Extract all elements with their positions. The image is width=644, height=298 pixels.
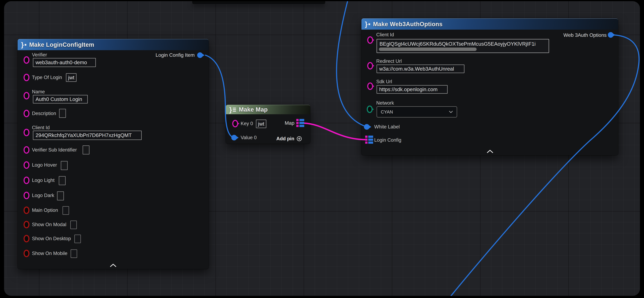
input-pin-main-option[interactable] — [24, 206, 30, 214]
name-field[interactable]: Auth0 Custom Login — [33, 95, 88, 104]
node-make-loginconfigitem[interactable]: { Make LoginConfigItem Login Config Item… — [18, 39, 209, 269]
node-title: Make LoginConfigItem — [29, 42, 94, 48]
network-dropdown[interactable]: CYAN — [376, 106, 457, 118]
input-pin-logo-dark[interactable] — [24, 192, 30, 199]
add-pin-label: Add pin — [276, 136, 294, 142]
input-pin-verifier[interactable] — [24, 56, 30, 64]
input-pin-show-on-desktop[interactable] — [24, 235, 30, 242]
collapse-chevron-icon[interactable] — [487, 150, 493, 153]
node-make-map[interactable]: { Make Map Key 0 jwt Map Value 0 Add pin — [226, 105, 310, 144]
logo-light-field[interactable] — [59, 176, 66, 185]
pin-label-show-on-modal: Show On Modal — [32, 222, 66, 228]
show-on-desktop-checkbox[interactable] — [74, 234, 81, 243]
node-title: Make Map — [239, 106, 268, 113]
input-pin-client-id[interactable] — [367, 36, 373, 44]
sdk-url-field[interactable]: https://sdk.openlogin.com — [376, 85, 448, 94]
logo-dark-field[interactable] — [57, 192, 64, 200]
input-pin-redirect-url[interactable] — [367, 62, 373, 70]
pin-label-main-option: Main Option — [32, 207, 58, 213]
pin-label-verifier-sub-identifier: Verifier Sub Identifier — [32, 147, 77, 153]
node-header[interactable]: { Make LoginConfigItem — [18, 39, 209, 50]
pin-label-logo-light: Logo Light — [32, 177, 54, 183]
input-pin-type-of-login[interactable] — [24, 74, 30, 81]
make-struct-icon: { — [365, 21, 370, 27]
main-option-checkbox[interactable] — [62, 206, 69, 215]
key-0-field[interactable]: jwt — [256, 120, 266, 128]
offscreen-node-bottom-edge — [192, 1, 325, 4]
show-on-mobile-checkbox[interactable] — [70, 249, 77, 258]
pin-label-client-id: Client Id — [376, 32, 394, 38]
add-pin-button[interactable]: Add pin — [276, 136, 302, 142]
input-pin-value-0[interactable] — [231, 135, 237, 140]
input-pin-sdk-url[interactable] — [367, 82, 373, 90]
verifier-field[interactable]: web3auth-auth0-demo — [33, 58, 96, 67]
wire-map-to-login-config[interactable] — [304, 123, 366, 140]
description-field[interactable] — [59, 109, 66, 118]
output-pin-login-config-item[interactable] — [197, 52, 203, 58]
input-pin-description[interactable] — [24, 110, 30, 117]
pin-label-description: Description — [32, 110, 56, 116]
output-pin-map[interactable] — [296, 119, 304, 127]
redirect-url-field[interactable]: w3a://com.w3a.Web3AuthUnreal — [376, 64, 464, 73]
output-pin-label: Login Config Item — [156, 52, 195, 58]
input-pin-login-config[interactable] — [365, 136, 373, 144]
input-pin-logo-hover[interactable] — [24, 161, 30, 169]
client-id-scrollbar[interactable] — [379, 48, 476, 51]
pin-label-white-label: White Label — [374, 124, 400, 130]
input-pin-verifier-sub-identifier[interactable] — [24, 146, 30, 154]
pin-label-sdk-url: Sdk Url — [376, 79, 392, 85]
node-title: Make Web3AuthOptions — [373, 21, 442, 28]
pin-label-redirect-url: Redirect Url — [376, 58, 402, 64]
pin-label-name: Name — [32, 89, 45, 95]
node-header[interactable]: { Make Map — [226, 105, 310, 114]
output-pin-label: Web 3Auth Options — [564, 32, 606, 38]
pin-label-network: Network — [376, 100, 394, 106]
make-map-icon: { — [229, 106, 236, 113]
pin-label-login-config: Login Config — [374, 137, 401, 143]
logo-hover-field[interactable] — [61, 161, 68, 170]
pin-label-logo-hover: Logo Hover — [32, 162, 57, 168]
input-pin-key-0[interactable] — [232, 120, 238, 127]
input-pin-white-label[interactable] — [364, 124, 370, 130]
pin-label-show-on-mobile: Show On Mobile — [32, 250, 67, 256]
pin-label-type-of-login: Type Of Login — [32, 74, 62, 80]
pin-label-value-0: Value 0 — [241, 135, 257, 140]
input-pin-show-on-modal[interactable] — [24, 221, 30, 228]
type-of-login-field[interactable]: jwt — [66, 73, 76, 82]
input-pin-show-on-mobile[interactable] — [24, 250, 30, 257]
client-id-field[interactable]: BEglQSgt4cUWcj6SKRdu5QkOXTsePmMcusG5EAoy… — [376, 39, 549, 53]
output-pin-label: Map — [285, 120, 294, 126]
add-pin-plus-icon — [296, 136, 302, 142]
client-id-value: BEglQSgt4cUWcj6SKRdu5QkOXTsePmMcusG5EAoy… — [380, 41, 536, 47]
input-pin-client-id[interactable] — [24, 129, 30, 136]
node-make-web3authoptions[interactable]: { Make Web3AuthOptions Web 3Auth Options… — [362, 18, 618, 155]
input-pin-network[interactable] — [367, 106, 373, 113]
pin-label-logo-dark: Logo Dark — [32, 192, 54, 198]
output-pin-web3auth-options[interactable] — [608, 32, 614, 38]
client-id-field[interactable]: 294QRkchfq2YaXUbPri7D6PH7xzHgQMT — [33, 130, 142, 140]
input-pin-logo-light[interactable] — [24, 176, 30, 184]
input-pin-name[interactable] — [24, 92, 30, 100]
node-header[interactable]: { Make Web3AuthOptions — [362, 18, 618, 30]
collapse-chevron-icon[interactable] — [110, 264, 116, 267]
pin-label-verifier: Verifier — [32, 52, 47, 58]
make-struct-icon: { — [21, 42, 26, 48]
verifier-sub-identifier-field[interactable] — [82, 146, 90, 154]
show-on-modal-checkbox[interactable] — [70, 220, 77, 229]
pin-label-client-id: Client Id — [32, 125, 50, 130]
blueprint-canvas[interactable]: { Make LoginConfigItem Login Config Item… — [4, 1, 640, 296]
pin-label-key-0: Key 0 — [241, 121, 253, 126]
network-dropdown-value: CYAN — [381, 110, 393, 114]
pin-label-show-on-desktop: Show On Desktop — [32, 236, 71, 242]
chevron-down-icon — [449, 111, 453, 113]
